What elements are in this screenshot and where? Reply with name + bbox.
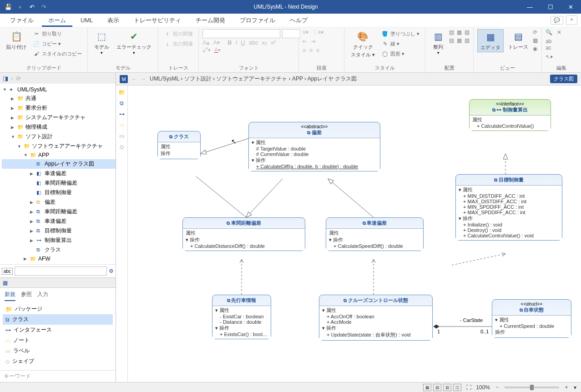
ts-class-icon[interactable]: ⧉: [118, 99, 126, 107]
nav-fwd-icon[interactable]: →: [141, 76, 146, 82]
tab-trace[interactable]: トレーサビリティ: [127, 14, 187, 27]
highlight-icon[interactable]: 🖍▾: [202, 47, 211, 53]
bold-icon[interactable]: B: [227, 39, 232, 46]
tree-node[interactable]: ▶◧車速偏差: [2, 169, 116, 178]
palette-tab-input[interactable]: 入力: [37, 291, 48, 301]
prev-relation-button[interactable]: ↑前の関連: [162, 29, 195, 38]
ts-shape-icon[interactable]: ◇: [118, 143, 126, 151]
indent-icon[interactable]: ⇥: [311, 38, 315, 45]
undo-icon[interactable]: ↶: [28, 3, 35, 10]
tab-profile[interactable]: プロファイル: [233, 14, 282, 27]
font-color-icon[interactable]: A▾: [214, 47, 221, 53]
view-opt-icon2[interactable]: ▦: [533, 37, 538, 44]
tree-root[interactable]: ▼✦UML/SysML: [2, 85, 116, 94]
palette-keyword[interactable]: キーワード: [0, 370, 116, 382]
trace-view-button[interactable]: ▤トレース: [505, 29, 531, 51]
error-check-button[interactable]: ✔エラーチェック▾: [114, 29, 154, 56]
palette-item[interactable]: ▭ラベル: [3, 346, 113, 356]
strike-icon[interactable]: abc: [249, 39, 258, 46]
palette-item[interactable]: ⊶インタフェース: [3, 325, 113, 335]
feedback-button[interactable]: 💬: [551, 16, 563, 25]
tree-node[interactable]: ▶📁要求分析: [2, 103, 116, 113]
class-box-hensa[interactable]: <<abstract>>偏差 ▾ 属性 # TargetValue : doub…: [248, 122, 380, 171]
palette-tab-ref[interactable]: 参照: [21, 291, 32, 301]
find-icon[interactable]: 🔍: [546, 29, 552, 35]
font-grow-icon[interactable]: A▴: [202, 39, 210, 46]
view-opt-icon1[interactable]: ⟳: [533, 29, 538, 35]
tree-node[interactable]: ▶⧉車速偏差: [2, 216, 116, 226]
minimize-button[interactable]: —: [520, 0, 540, 14]
view-opt-icon3[interactable]: ◉: [533, 45, 538, 52]
class-box-ctrl[interactable]: <<interface>>⊶ 制御量算出 属性 + CalculateContr…: [469, 99, 551, 131]
align-right-icon[interactable]: ≡: [316, 47, 319, 54]
bullets-icon[interactable]: ≡▾: [303, 29, 308, 35]
redo-icon[interactable]: ↷: [40, 3, 47, 10]
zoom-fit-icon[interactable]: ⛶: [466, 384, 471, 391]
underline-icon[interactable]: U: [241, 39, 245, 46]
tree-node[interactable]: ▶📁物理構成: [2, 122, 116, 132]
project-tree[interactable]: ▼✦UML/SysML▶📁共通▶📁要求分析▶📁システムアーキテクチャ▶📁物理構成…: [0, 84, 116, 264]
collapse-ribbon-button[interactable]: ＾: [566, 15, 577, 25]
tree-search-input[interactable]: [15, 266, 107, 276]
align-middle-icon[interactable]: ▦: [457, 37, 462, 44]
zoom-slider[interactable]: [505, 387, 559, 388]
class-box-target[interactable]: 目標制御量 ▾ 属性 + MIN_DISTDIFF_ACC : int + MA…: [455, 174, 562, 241]
ts-interface-icon[interactable]: ⊶: [118, 110, 126, 118]
tree-node[interactable]: ⧉Appレイヤ クラス図: [2, 159, 116, 169]
tree-node[interactable]: ▼📁ソフトウェアアーキテクチャ: [2, 141, 116, 151]
next-relation-button[interactable]: ↓次の関連: [162, 39, 195, 48]
tab-help[interactable]: ヘルプ: [283, 14, 314, 27]
tab-file[interactable]: ファイル: [4, 14, 40, 27]
tree-node[interactable]: ▼📁ソフト設計: [2, 132, 116, 141]
tree-node[interactable]: ▶📁システムアーキテクチャ: [2, 113, 116, 122]
tree-node[interactable]: ▶⊶制御量算出: [2, 236, 116, 245]
class-box-distdiff[interactable]: 車間距離偏差 属性 ▾ 操作 + CalculateDistanceDiff()…: [182, 217, 305, 251]
delete-icon[interactable]: ✕: [557, 29, 561, 35]
style-copy-button[interactable]: 🖌スタイルのコピー: [31, 49, 84, 58]
shape-button[interactable]: ◯図形 ▾: [379, 49, 421, 58]
class-box-cruise[interactable]: クルーズコントロール状態 ▾ 属性 + AccOnOff : boolean +…: [319, 295, 433, 341]
class-box-class[interactable]: クラス 属性操作: [157, 131, 201, 159]
subscript-icon[interactable]: x₂: [262, 39, 268, 46]
class-box-preceding[interactable]: 先行車情報 ▾ 属性 - ExistCar : boolean - Distan…: [212, 295, 271, 339]
tree-tab-icon3[interactable]: ⟳: [16, 75, 21, 82]
align-left-icon[interactable]: ≡: [303, 47, 306, 54]
zoom-in-icon[interactable]: ＋: [564, 383, 569, 391]
ts-folder-icon[interactable]: 📁: [118, 88, 126, 96]
font-shrink-icon[interactable]: A▾: [213, 39, 221, 46]
tab-view[interactable]: 表示: [101, 14, 126, 27]
tree-node[interactable]: ▶⧉車間距離偏差: [2, 207, 116, 216]
view-mode-2[interactable]: ▤: [433, 384, 441, 391]
tree-node[interactable]: ▶📁AFW: [2, 255, 116, 263]
close-button[interactable]: ✕: [561, 0, 581, 14]
align-right-icon2[interactable]: ▧: [465, 29, 470, 35]
italic-icon[interactable]: I: [236, 39, 237, 46]
palette-item[interactable]: ◇シェイプ: [3, 356, 113, 367]
breadcrumb-m-icon[interactable]: M: [120, 75, 128, 83]
new-icon[interactable]: ▫: [16, 3, 24, 10]
copy-button[interactable]: 📄コピー ▾: [31, 39, 84, 48]
palette-tab-new[interactable]: 新規: [5, 291, 15, 301]
maximize-button[interactable]: ☐: [540, 0, 561, 14]
tree-node[interactable]: ▶📁共通: [2, 94, 116, 103]
fill-button[interactable]: 🪣塗りつぶし ▾: [379, 29, 421, 38]
breadcrumb-path[interactable]: UML/SysML › ソフト設計 › ソフトウェアアーキテクチャ › APP …: [150, 75, 357, 83]
align-left-icon2[interactable]: ▤: [449, 29, 454, 35]
diagram-canvas[interactable]: クラス 属性操作 <<abstract>>偏差 ▾ 属性 # TargetVal…: [128, 85, 581, 382]
class-box-self[interactable]: <<struct>>自車状態 ▾ 属性 + CurrentSpeed : dou…: [492, 299, 571, 338]
align-button[interactable]: ▥整列▾: [429, 29, 447, 56]
tab-home[interactable]: ホーム: [42, 14, 72, 27]
tree-node[interactable]: ▶⧉目標制御量: [2, 226, 116, 236]
select-icon[interactable]: ↖▾: [546, 54, 553, 60]
save-icon[interactable]: 💾: [5, 3, 12, 10]
align-center-icon2[interactable]: ▦: [457, 29, 462, 35]
model-button[interactable]: ⬚モデル▾: [91, 29, 112, 56]
tree-node[interactable]: ◧車間距離偏差: [2, 178, 116, 188]
status-expand-icon[interactable]: ▾: [574, 384, 576, 391]
replace-icon[interactable]: abac: [546, 38, 551, 51]
tree-tab-icon[interactable]: ◨: [3, 75, 8, 82]
line-button[interactable]: ✎線 ▾: [379, 39, 421, 48]
font-size-select[interactable]: [282, 29, 300, 38]
palette-item[interactable]: 📁パッケージ: [3, 304, 113, 314]
tree-node[interactable]: ⧉クラス: [2, 245, 116, 255]
